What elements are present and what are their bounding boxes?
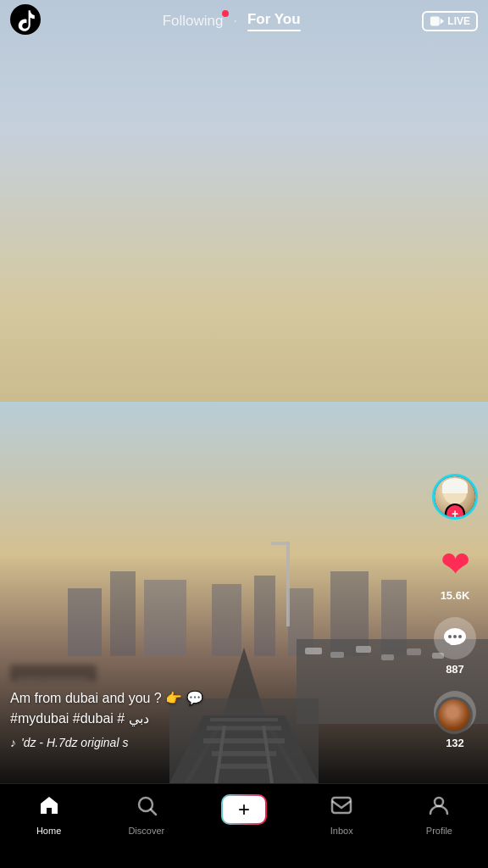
svg-point-31 [458,635,462,638]
svg-rect-12 [305,648,322,654]
comment-action[interactable]: 887 [434,617,476,676]
nav-home[interactable]: Home [0,794,97,836]
home-label: Home [36,826,61,836]
music-disc[interactable] [435,697,473,734]
svg-rect-16 [407,648,421,655]
svg-rect-15 [381,654,394,660]
music-disc-art [438,699,470,732]
svg-rect-9 [286,542,290,626]
creator-avatar[interactable] [432,474,478,520]
svg-rect-1 [68,588,102,656]
inbox-icon [330,794,352,822]
inbox-label: Inbox [330,826,353,836]
plus-icon: + [238,799,250,820]
live-button[interactable]: LIVE [422,11,478,31]
heart-icon: ❤ [441,547,470,582]
nav-create[interactable]: + [195,794,292,825]
like-action[interactable]: ❤ 15.6K [434,543,476,602]
top-navigation: Following · For You LIVE [0,0,488,42]
music-track-name: 'dz - H.7dz original s [21,736,128,749]
active-tab-underline [247,30,301,31]
shares-count: 132 [446,737,464,749]
notification-dot [222,10,229,17]
svg-rect-4 [212,584,241,656]
svg-point-35 [435,798,443,806]
like-button[interactable]: ❤ [434,543,476,586]
svg-rect-14 [356,646,371,653]
create-button[interactable]: + [221,794,267,825]
music-note-icon: ♪ [10,736,16,749]
nav-inbox[interactable]: Inbox [293,794,391,836]
profile-label: Profile [426,826,452,836]
svg-rect-3 [144,580,186,656]
svg-rect-5 [254,576,275,656]
following-tab[interactable]: Following [163,13,224,30]
discover-label: Discover [128,826,164,836]
creator-avatar-item[interactable] [432,474,478,520]
comment-icon [443,626,467,651]
foryou-tab[interactable]: For You [247,11,301,31]
discover-icon [136,794,158,822]
svg-point-30 [453,635,457,638]
bottom-navigation: Home Discover + Inbox [0,783,488,868]
comment-button[interactable] [434,617,476,659]
svg-line-33 [151,810,156,815]
home-icon [38,794,60,822]
svg-point-29 [448,635,452,638]
svg-rect-10 [271,542,290,545]
profile-icon [428,794,450,822]
comments-count: 887 [446,663,464,676]
caption-text: Am from dubai and you ? 👉 💬 #mydubai #du… [10,688,420,729]
nav-profile[interactable]: Profile [391,794,488,836]
avatar-image [435,476,475,517]
svg-rect-34 [332,798,351,813]
svg-rect-2 [110,571,136,656]
video-caption-area: ___________ Am from dubai and you ? 👉 💬 … [10,665,420,749]
tiktok-logo[interactable] [10,4,41,38]
creator-username-blurred: ___________ [10,665,97,682]
svg-rect-13 [330,652,344,658]
nav-discover[interactable]: Discover [97,794,195,836]
likes-count: 15.6K [441,589,470,602]
svg-rect-26 [430,17,440,26]
music-info-row: ♪ 'dz - H.7dz original s [10,736,420,749]
nav-tabs: Following · For You [163,11,301,31]
svg-marker-27 [441,18,445,24]
